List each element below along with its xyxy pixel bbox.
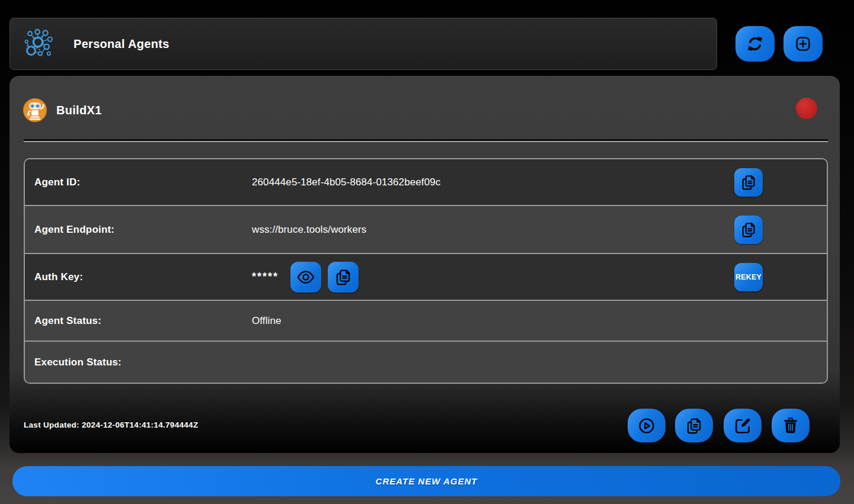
agent-id-value: 260444e5-18ef-4b05-8684-01362beef09c — [252, 176, 440, 188]
field-label: Execution Status: — [34, 357, 252, 368]
delete-agent-button[interactable] — [772, 409, 810, 442]
agent-name: BuildX1 — [56, 104, 102, 117]
page-title: Personal Agents — [73, 37, 169, 51]
eye-icon — [296, 268, 315, 287]
edit-agent-button[interactable] — [724, 409, 762, 442]
add-agent-button[interactable] — [783, 26, 823, 62]
agent-card: BuildX1 Agent ID: 260444e5-18ef-4b05-868… — [9, 76, 840, 453]
plus-icon — [794, 34, 813, 53]
last-updated-text: Last Updated: 2024-12-06T14:41:14.794444… — [24, 420, 198, 429]
copy-icon — [334, 268, 353, 287]
field-label: Agent ID: — [34, 176, 252, 188]
rekey-button[interactable]: REKEY — [734, 263, 763, 291]
run-agent-button[interactable] — [628, 409, 666, 442]
copy-icon — [740, 174, 757, 191]
auth-key-masked-value: ***** — [252, 271, 279, 283]
edit-icon — [733, 416, 752, 435]
copy-icon — [685, 416, 703, 435]
field-label: Agent Status: — [34, 315, 252, 327]
copy-icon — [740, 221, 757, 239]
refresh-button[interactable] — [735, 26, 775, 62]
table-row-auth-key: Auth Key: ***** REKEY — [25, 254, 827, 301]
play-icon — [637, 416, 656, 435]
agent-status-value: Offline — [252, 315, 282, 327]
robot-avatar-icon — [23, 98, 47, 123]
reveal-auth-key-button[interactable] — [290, 262, 321, 293]
status-indicator-offline — [796, 98, 817, 119]
refresh-icon — [746, 34, 765, 53]
trash-icon — [781, 416, 800, 435]
copy-endpoint-button[interactable] — [734, 216, 763, 244]
agent-detail-table: Agent ID: 260444e5-18ef-4b05-8684-01362b… — [24, 158, 828, 384]
app-header-panel: Personal Agents — [9, 18, 717, 70]
create-new-agent-button[interactable]: CREATE NEW AGENT — [12, 466, 840, 496]
agent-endpoint-value: wss://bruce.tools/workers — [252, 224, 366, 236]
network-nodes-icon — [23, 28, 55, 60]
copy-agent-id-button[interactable] — [734, 168, 763, 197]
field-label: Agent Endpoint: — [34, 224, 252, 236]
table-row-agent-id: Agent ID: 260444e5-18ef-4b05-8684-01362b… — [25, 159, 827, 206]
table-row-execution-status: Execution Status: — [25, 342, 827, 383]
table-row-agent-endpoint: Agent Endpoint: wss://bruce.tools/worker… — [25, 206, 827, 254]
header-divider — [24, 139, 828, 142]
field-label: Auth Key: — [34, 271, 252, 283]
copy-auth-key-button[interactable] — [328, 262, 359, 293]
table-row-agent-status: Agent Status: Offline — [25, 301, 827, 342]
duplicate-agent-button[interactable] — [675, 409, 713, 442]
